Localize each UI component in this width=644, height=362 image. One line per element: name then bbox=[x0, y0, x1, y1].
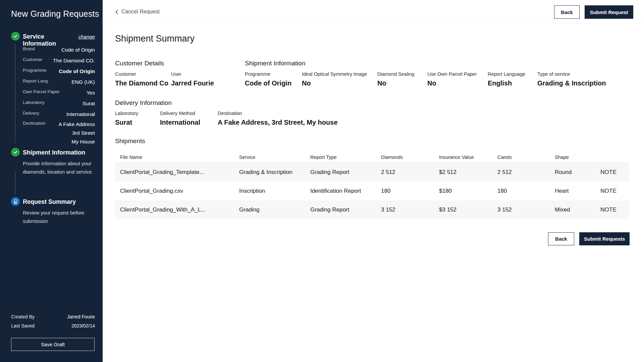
step-connector-line bbox=[15, 172, 15, 194]
column-header-insurance-value: Insurance Value bbox=[439, 153, 474, 162]
table-row: ClientPortal_Grading_With_A_L... Grading… bbox=[115, 200, 629, 219]
column-header-file-name: File Name bbox=[120, 153, 142, 162]
column-header-service: Service bbox=[239, 153, 255, 162]
summary-row-own-parcel-paper: Own Parcel Paper Yes bbox=[23, 88, 95, 97]
step-label: Service Information bbox=[23, 33, 78, 47]
cell-service: Inscription bbox=[239, 182, 265, 200]
field-use-own-parcel-paper: Use Own Parcel Paper No bbox=[427, 71, 477, 87]
step-connector-line bbox=[15, 44, 15, 142]
field-delivery-method: Delivery Method International bbox=[160, 111, 200, 126]
cell-report-type: Identification Report bbox=[310, 182, 361, 200]
note-link[interactable]: NOTE bbox=[600, 182, 616, 200]
cell-service: Grading bbox=[239, 200, 259, 219]
step-request-summary: Request Summary Review your request befo… bbox=[23, 198, 84, 225]
cell-service: Grading & Inscription bbox=[239, 163, 292, 182]
cell-file-name: ClientPortal_Grading_Template... bbox=[120, 163, 204, 182]
cell-insurance-value: $180 bbox=[439, 182, 452, 200]
cell-carots: 2 512 bbox=[497, 163, 512, 182]
cell-report-type: Grading Report bbox=[310, 163, 349, 182]
table-row: ClientPortal_Grading.csv Inscription Ide… bbox=[115, 182, 629, 200]
shipment-summary-title: Shipment Summary bbox=[115, 34, 195, 44]
cell-carots: 3 152 bbox=[497, 200, 512, 219]
summary-row-delivery: Delivery International bbox=[23, 110, 95, 119]
topbar: Cancel Request Back Submit Request bbox=[103, 0, 644, 24]
summary-row-brand: Brand Code of Origin bbox=[23, 46, 95, 54]
note-link[interactable]: NOTE bbox=[600, 163, 616, 182]
summary-row-destination: Destination A Fake Address 3rd Street My… bbox=[23, 120, 95, 146]
submit-request-button[interactable]: Submit Request bbox=[585, 5, 633, 19]
field-destination: Destination A Fake Address, 3rd Street, … bbox=[218, 111, 338, 126]
shipments-table: File Name Service Report Type Diamonds I… bbox=[115, 153, 629, 219]
created-by-row: Created By Jarred Fourie bbox=[11, 314, 95, 319]
section-customer-details: Customer Details bbox=[115, 60, 164, 67]
step-label: Shipment Information bbox=[23, 149, 85, 156]
field-customer: Customer The Diamond Co bbox=[115, 71, 168, 87]
column-header-report-type: Report Type bbox=[310, 153, 337, 162]
field-ideal-optical-symmetry-image: Ideal Optical Symmetry Image No bbox=[302, 71, 367, 87]
cell-shape: Heart bbox=[555, 182, 569, 200]
cell-file-name: ClientPortal_Grading_With_A_L... bbox=[120, 200, 206, 219]
field-laborotory: Laborotory Surat bbox=[115, 111, 138, 126]
cell-diamonds: 3 152 bbox=[381, 200, 395, 219]
summary-row-report-lang: Report Lang. ENG (UK) bbox=[23, 78, 95, 86]
cell-carots: 180 bbox=[497, 182, 507, 200]
step-label: Request Summary bbox=[23, 198, 76, 205]
change-link[interactable]: change bbox=[78, 34, 95, 40]
column-header-diamonds: Diamonds bbox=[381, 153, 403, 162]
field-report-language: Report Language English bbox=[488, 71, 525, 87]
cancel-request-link[interactable]: Cancel Request bbox=[115, 9, 160, 15]
cell-insurance-value: $2 512 bbox=[439, 163, 457, 182]
last-saved-row: Last Saved 2023/02/14 bbox=[11, 323, 95, 328]
cell-diamonds: 2 512 bbox=[381, 163, 395, 182]
chevron-left-icon bbox=[115, 9, 118, 14]
cell-insurance-value: $3 152 bbox=[439, 200, 457, 219]
page-title: New Grading Requests bbox=[11, 9, 99, 19]
submit-requests-button-bottom[interactable]: Submit Requests bbox=[579, 232, 630, 245]
field-programme: Programme Code of Origin bbox=[245, 71, 291, 87]
cell-shape: Round bbox=[555, 163, 572, 182]
field-type-of-service: Type of service Grading & Inscription bbox=[537, 71, 606, 87]
request-summary-icon bbox=[11, 197, 20, 206]
step-shipment-information: Shipment Information Provide information… bbox=[23, 149, 92, 176]
table-header-row: File Name Service Report Type Diamonds I… bbox=[115, 153, 629, 163]
field-diamond-sealing: Diamond Sealing No bbox=[377, 71, 414, 87]
cell-report-type: Grading Report bbox=[310, 200, 349, 219]
summary-row-programme: Programme Code of Origin bbox=[23, 67, 95, 76]
check-icon bbox=[11, 32, 20, 41]
cell-diamonds: 180 bbox=[381, 182, 390, 200]
table-row: ClientPortal_Grading_Template... Grading… bbox=[115, 163, 629, 182]
cell-shape: Mixed bbox=[555, 200, 570, 219]
back-button-bottom[interactable]: Back bbox=[548, 232, 574, 245]
section-delivery-information: Delivery Information bbox=[115, 99, 172, 107]
main-content: Cancel Request Back Submit Request Shipm… bbox=[103, 0, 644, 362]
summary-row-laboratory: Laboratory Surat bbox=[23, 99, 95, 108]
sidebar: New Grading Requests Service Information… bbox=[0, 0, 103, 362]
note-link[interactable]: NOTE bbox=[600, 200, 616, 219]
cell-file-name: ClientPortal_Grading.csv bbox=[120, 182, 183, 200]
column-header-carots: Carots bbox=[497, 153, 512, 162]
summary-row-customer: Customer The Diamond CO. bbox=[23, 56, 95, 65]
back-button[interactable]: Back bbox=[554, 5, 580, 19]
check-icon bbox=[11, 148, 20, 157]
section-shipment-information: Shipment Information bbox=[245, 60, 306, 67]
field-user: User Jarred Fourie bbox=[171, 71, 214, 87]
section-shipments: Shipments bbox=[115, 137, 145, 145]
step-service-information: Service Information change bbox=[23, 33, 95, 47]
save-draft-button[interactable]: Save Draft bbox=[11, 338, 95, 351]
column-header-shape: Shape bbox=[555, 153, 569, 162]
